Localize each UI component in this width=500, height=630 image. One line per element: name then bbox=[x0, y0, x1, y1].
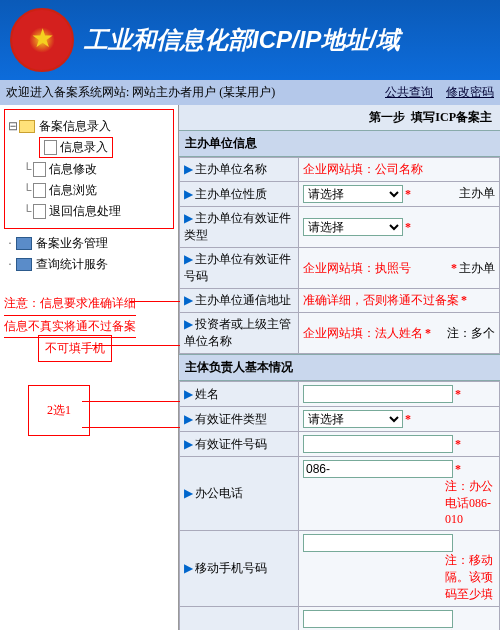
label-office-tel: 办公电话 bbox=[195, 486, 243, 500]
label-name: 姓名 bbox=[195, 387, 219, 401]
public-query-link[interactable]: 公共查询 bbox=[385, 85, 433, 99]
label-org-type: 主办单位性质 bbox=[195, 187, 267, 201]
input-office-tel[interactable] bbox=[303, 460, 453, 478]
annotation-choose-one: 2选1 bbox=[28, 385, 90, 436]
hint-cert-no: 企业网站填：执照号 bbox=[303, 261, 411, 275]
hint-addr: 准确详细，否则将通不过备案 bbox=[303, 293, 459, 307]
select-id-type[interactable]: 请选择 bbox=[303, 410, 403, 428]
group-person-info: 主体负责人基本情况 bbox=[179, 354, 500, 381]
national-emblem-icon bbox=[10, 8, 74, 72]
tree-entry[interactable]: 信息录入 bbox=[60, 139, 108, 156]
label-addr: 主办单位通信地址 bbox=[195, 293, 291, 307]
note-mobile: 注：移动隔。该项码至少填 bbox=[445, 552, 495, 603]
group-org-info: 主办单位信息 bbox=[179, 130, 500, 157]
tree-root[interactable]: 备案信息录入 bbox=[39, 118, 111, 135]
label-cert-no: 主办单位有效证件号码 bbox=[184, 252, 291, 283]
label-right2: 主办单 bbox=[459, 260, 495, 277]
note-tel: 注：办公电话086-010 bbox=[445, 478, 495, 527]
nav-tree: ⊟备案信息录入 信息录入 └信息修改 └信息浏览 └退回信息处理 bbox=[4, 109, 174, 229]
input-unicom[interactable] bbox=[303, 610, 453, 628]
welcome-text: 欢迎进入备案系统网站: 网站主办者用户 (某某用户) bbox=[6, 84, 275, 101]
page-icon bbox=[44, 140, 57, 155]
select-org-type[interactable]: 请选择 bbox=[303, 185, 403, 203]
label-right1: 主办单 bbox=[459, 185, 495, 202]
header: 工业和信息化部ICP/IP地址/域 bbox=[0, 0, 500, 80]
label-mobile: 移动手机号码 bbox=[195, 561, 267, 575]
annotation-no-mobile: 不可填手机 bbox=[38, 335, 112, 362]
label-id-type: 有效证件类型 bbox=[195, 412, 267, 426]
tree-return[interactable]: 退回信息处理 bbox=[49, 203, 121, 220]
breadcrumb-bar: 欢迎进入备案系统网站: 网站主办者用户 (某某用户) 公共查询 修改密码 bbox=[0, 80, 500, 105]
warning-text: 注意：信息要求准确详细 信息不真实将通不过备案 bbox=[4, 293, 174, 338]
main-content: 第一步 填写ICP备案主 主办单位信息 ▶主办单位名称企业网站填：公司名称 ▶主… bbox=[179, 105, 500, 630]
step-indicator: 第一步 填写ICP备案主 bbox=[179, 105, 500, 130]
site-title: 工业和信息化部ICP/IP地址/域 bbox=[84, 24, 400, 56]
input-mobile[interactable] bbox=[303, 534, 453, 552]
label-cert-type: 主办单位有效证件类型 bbox=[184, 211, 291, 242]
input-id-no[interactable] bbox=[303, 435, 453, 453]
tree-browse[interactable]: 信息浏览 bbox=[49, 182, 97, 199]
tree-stats[interactable]: 查询统计服务 bbox=[36, 256, 108, 273]
input-name[interactable] bbox=[303, 385, 453, 403]
tree-biz[interactable]: 备案业务管理 bbox=[36, 235, 108, 252]
change-password-link[interactable]: 修改密码 bbox=[446, 85, 494, 99]
label-org-name: 主办单位名称 bbox=[195, 162, 267, 176]
note-investor: 注：多个 bbox=[447, 325, 495, 342]
sidebar: ⊟备案信息录入 信息录入 └信息修改 └信息浏览 └退回信息处理 ·备案业务管理… bbox=[0, 105, 179, 630]
label-id-no: 有效证件号码 bbox=[195, 437, 267, 451]
label-investor: 投资者或上级主管单位名称 bbox=[184, 317, 291, 348]
select-cert-type[interactable]: 请选择 bbox=[303, 218, 403, 236]
tree-edit[interactable]: 信息修改 bbox=[49, 161, 97, 178]
hint-org-name: 企业网站填：公司名称 bbox=[303, 162, 423, 176]
hint-investor: 企业网站填：法人姓名 bbox=[303, 326, 423, 340]
